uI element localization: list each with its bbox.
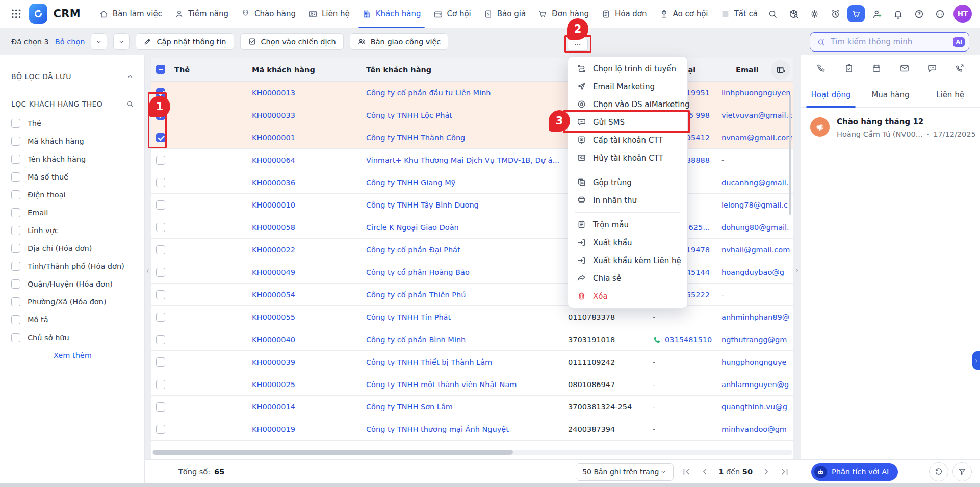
page-size-select[interactable]: 50 Bản ghi trên trang — [576, 463, 674, 481]
row-checkbox[interactable] — [156, 380, 165, 389]
cell-customer-name[interactable]: Vinmart+ Khu Thương Mai Dịch Vụ TMDV-1B,… — [366, 149, 559, 171]
ai-analyze-button[interactable]: Phân tích với AI — [811, 463, 898, 481]
cell-customer-code[interactable]: KH0000014 — [252, 396, 295, 418]
filter-checkbox[interactable] — [11, 155, 20, 164]
nav-item-2[interactable]: Chào hàng — [235, 0, 302, 28]
nav-item-4[interactable]: Khách hàng — [356, 0, 427, 28]
saved-filters-header[interactable]: BỘ LỌC ĐÃ LƯU — [11, 72, 134, 81]
column-header-5[interactable]: Email — [736, 58, 759, 82]
tab-2[interactable]: Liên hệ — [920, 82, 980, 107]
menu-item-3[interactable]: Gửi SMS — [568, 113, 687, 131]
menu-item-8[interactable]: Trộn mẫu — [568, 216, 687, 234]
cell-customer-code[interactable]: KH0000055 — [252, 306, 295, 328]
filter-item-11[interactable]: Mô tả — [11, 311, 134, 328]
filter-checkbox[interactable] — [11, 315, 20, 324]
last-page-button[interactable] — [779, 466, 790, 477]
more-actions-button[interactable] — [568, 38, 588, 51]
menu-item-7[interactable]: In nhãn thư — [568, 191, 687, 209]
filter-checkbox[interactable] — [11, 190, 20, 199]
toolbar-button-caret[interactable] — [114, 34, 129, 49]
toolbar-button-1[interactable]: Gắn thẻ — [113, 33, 130, 50]
cell-customer-name[interactable]: Công ty cổ phần Thiên Phú — [366, 284, 466, 306]
filter-item-9[interactable]: Quận/Huyện (Hóa đơn) — [11, 275, 134, 293]
menu-item-0[interactable]: Chọn lộ trình đi tuyến — [568, 60, 687, 78]
phone-out-icon[interactable] — [955, 63, 965, 73]
table-row-12[interactable]: KH0000039Công ty TNHH Thiết bị Thành Lâm… — [151, 351, 793, 373]
nav-item-10[interactable]: Tất cả — [714, 0, 764, 28]
table-row-5[interactable]: KH0000010Công ty TNHH Tây Bình Dươnglelo… — [151, 194, 793, 216]
cell-email[interactable]: nvnam@gmail.com — [721, 126, 792, 149]
cell-email[interactable]: - — [721, 149, 792, 171]
filter-item-1[interactable]: Mã khách hàng — [11, 132, 134, 150]
cell-email[interactable]: dohung80@gmail. — [721, 216, 792, 239]
select-all-checkbox[interactable] — [156, 65, 165, 74]
nav-item-1[interactable]: Tiềm năng — [168, 0, 235, 28]
cell-customer-name[interactable]: Công ty cổ phần Hoàng Bảo — [366, 261, 470, 284]
prev-page-button[interactable] — [699, 466, 710, 477]
table-row-6[interactable]: KH0000058Circle K Ngoại Giao Đoàn4 625..… — [151, 216, 793, 239]
table-row-9[interactable]: KH0000054Công ty cổ phần Thiên Phú55222- — [151, 284, 793, 306]
cell-customer-name[interactable]: Công ty TNHH Thành Công — [366, 126, 465, 149]
nav-item-8[interactable]: Hóa đơn — [595, 0, 653, 28]
row-checkbox[interactable] — [156, 268, 165, 277]
cell-customer-name[interactable]: Công ty TNHH Tây Bình Dương — [366, 194, 479, 216]
table-row-2[interactable]: KH0000001Công ty TNHH Thành Công695412nv… — [151, 126, 793, 149]
nav-item-9[interactable]: Ao cơ hội — [653, 0, 714, 28]
column-header-1[interactable]: Mã khách hàng — [252, 58, 315, 82]
cell-customer-name[interactable]: Công ty cổ phần Bình Minh — [366, 328, 466, 351]
filter-button[interactable] — [952, 462, 972, 481]
cell-customer-code[interactable]: KH0000033 — [252, 104, 295, 126]
nav-item-3[interactable]: Liên hệ — [302, 0, 356, 28]
row-checkbox[interactable] — [156, 200, 165, 210]
menu-item-1[interactable]: Email Marketing — [568, 78, 687, 95]
cell-customer-code[interactable]: KH0000022 — [252, 239, 295, 261]
cell-customer-code[interactable]: KH0000058 — [252, 216, 295, 239]
first-page-button[interactable] — [681, 466, 692, 477]
filter-checkbox[interactable] — [11, 119, 20, 128]
filter-item-6[interactable]: Lĩnh vực — [11, 221, 134, 239]
row-checkbox[interactable] — [156, 133, 165, 142]
row-checkbox[interactable] — [156, 88, 165, 97]
menu-item-5[interactable]: Hủy tài khoản CTT — [568, 149, 687, 167]
next-page-button[interactable] — [761, 466, 772, 477]
row-checkbox[interactable] — [156, 111, 165, 120]
filter-item-0[interactable]: Thẻ — [11, 114, 134, 132]
menu-item-10[interactable]: Xuất khẩu kèm Liên hệ — [568, 251, 687, 269]
toolbar-button-2[interactable]: Cập nhật thông tin — [136, 33, 234, 50]
cell-email[interactable]: lelong78@gmail.c — [721, 194, 792, 216]
cell-customer-name[interactable]: Công ty TNHH thương mại Ánh Nguyệt — [366, 418, 509, 441]
filter-checkbox[interactable] — [11, 208, 20, 217]
filter-search-icon[interactable] — [126, 100, 134, 108]
menu-item-11[interactable]: Chia sẻ — [568, 269, 687, 287]
clipboard-check-icon[interactable] — [844, 63, 854, 73]
phone-icon[interactable] — [816, 63, 827, 73]
nav-item-6[interactable]: $Báo giá — [477, 0, 532, 28]
cell-customer-name[interactable]: Công ty TNHH Lộc Phát — [366, 104, 452, 126]
smart-search-input[interactable] — [831, 37, 948, 46]
cell-customer-code[interactable]: KH0000039 — [252, 351, 295, 373]
toolbar-button-0[interactable]: Sinh đơn hàng — [91, 33, 107, 50]
cell-email[interactable]: nvhaii@gmail.com — [721, 239, 792, 261]
row-checkbox[interactable] — [156, 402, 165, 412]
filter-checkbox[interactable] — [11, 297, 20, 306]
menu-item-2[interactable]: Chọn vào DS aiMarketing — [568, 95, 687, 113]
gear-button[interactable] — [806, 5, 823, 22]
alarm-button[interactable] — [827, 5, 844, 22]
cell-email[interactable]: minhvandoo@gm — [721, 418, 792, 441]
cell-email[interactable]: quangthinh.vu@g — [721, 396, 792, 418]
row-checkbox[interactable] — [156, 178, 165, 187]
filter-checkbox[interactable] — [11, 333, 20, 342]
filter-checkbox[interactable] — [11, 244, 20, 253]
cell-customer-name[interactable]: Công ty TNHH Sơn Lâm — [366, 396, 453, 418]
toolbar-button-4[interactable]: Bàn giao công việc — [350, 33, 449, 50]
menu-item-9[interactable]: Xuất khẩu — [568, 234, 687, 251]
add-column-button[interactable] — [771, 60, 790, 80]
cell-customer-code[interactable]: KH0000054 — [252, 284, 295, 306]
column-header-2[interactable]: Tên khách hàng — [366, 58, 431, 82]
table-row-8[interactable]: KH0000049Công ty cổ phần Hoàng Bảo845144… — [151, 261, 793, 284]
calendar-icon[interactable] — [871, 63, 882, 73]
menu-item-12[interactable]: Xóa — [568, 287, 687, 305]
menu-item-4[interactable]: Cấp tài khoản CTT — [568, 131, 687, 149]
cell-customer-code[interactable]: KH0000025 — [252, 373, 295, 396]
cell-customer-code[interactable]: KH0000019 — [252, 418, 295, 441]
